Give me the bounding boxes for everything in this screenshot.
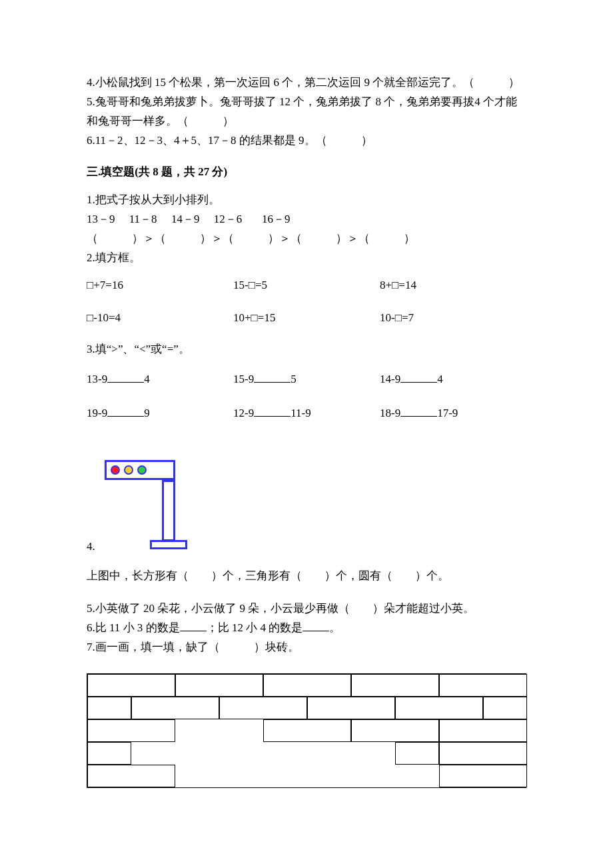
page: 4.小松鼠找到 15 个松果，第一次运回 6 个，第二次运回 9 个就全部运完了… (0, 0, 613, 868)
blank[interactable] (180, 619, 207, 631)
rhs: 4 (144, 373, 150, 385)
eq: □+7=16 (87, 276, 233, 295)
cmp: 18-917-9 (380, 404, 526, 423)
missing-brick (131, 742, 395, 765)
brick (87, 674, 175, 697)
brick (439, 719, 527, 742)
s3-q3-row2: 19-99 12-911-9 18-917-9 (87, 404, 526, 423)
blank[interactable] (254, 371, 291, 383)
s3-q5: 5.小英做了 20 朵花，小云做了 9 朵，小云最少再做（ ）朵才能超过小英。 (87, 599, 526, 619)
rhs: 17-9 (437, 407, 458, 419)
s3-q1-compare: （ ）＞（ ）＞（ ）＞（ ）＞（ ） (87, 229, 526, 249)
s3-q1-stem: 1.把式子按从大到小排列。 (87, 191, 526, 210)
blank[interactable] (400, 371, 437, 383)
tf-q6: 6.11－2、12－3、4＋5、17－8 的结果都是 9。（ ） (87, 131, 526, 151)
cmp: 19-99 (87, 404, 233, 423)
brick (219, 697, 307, 719)
s3-q2-row2: □-10=4 10+□=15 10-□=7 (87, 309, 526, 328)
rhs: 4 (437, 373, 443, 385)
section-3-heading: 三.填空题(共 8 题，共 27 分) (87, 163, 526, 182)
blank[interactable] (303, 619, 329, 631)
expr: 14－9 (171, 213, 200, 225)
s3-q3-row1: 13-94 15-95 14-94 (87, 370, 526, 389)
brick (351, 674, 439, 697)
s3-q4-text: 上图中，长方形有（ ）个，三角形有（ ）个，圆有（ ）个。 (87, 567, 526, 586)
yellow-light-icon (124, 465, 133, 475)
expr: 12－6 (214, 213, 243, 225)
expr: 11－8 (129, 213, 157, 225)
lhs: 13-9 (87, 373, 107, 385)
eq: □-10=4 (87, 309, 233, 328)
s3-q6: 6.比 11 小 3 的数是；比 12 小 4 的数是。 (87, 619, 526, 638)
lhs: 19-9 (87, 407, 107, 419)
eq: 8+□=14 (380, 276, 526, 295)
q4-num: 4. (87, 537, 95, 557)
eq: 10+□=15 (233, 309, 380, 328)
brick (439, 742, 527, 765)
rectangle-pole (162, 480, 175, 541)
text: ；比 12 小 4 的数是 (207, 621, 303, 634)
tf-q5: 5.兔哥哥和兔弟弟拔萝卜。兔哥哥拔了 12 个，兔弟弟拔了 8 个，兔弟弟要再拔… (87, 93, 526, 131)
lhs: 15-9 (233, 373, 254, 385)
brick (351, 719, 439, 742)
brick (87, 719, 175, 742)
blank[interactable] (107, 371, 144, 383)
rhs: 9 (144, 407, 150, 419)
brick (175, 674, 263, 697)
blank[interactable] (254, 405, 291, 417)
s3-q2-stem: 2.填方框。 (87, 249, 526, 268)
cmp: 12-911-9 (233, 404, 380, 423)
green-light-icon (137, 465, 147, 475)
brick-wall-figure (87, 673, 526, 788)
rhs: 11-9 (291, 407, 311, 419)
rectangle-light-box (105, 460, 175, 480)
blank[interactable] (400, 405, 437, 417)
brick-row-3 (87, 719, 526, 742)
brick-row-4 (87, 742, 526, 765)
brick (395, 697, 483, 719)
s3-q1-exprs: 13－9 11－8 14－9 12－6 16－9 (87, 210, 526, 229)
eq: 15-□=5 (233, 276, 380, 295)
brick-row-1 (87, 674, 526, 697)
s3-q2-row1: □+7=16 15-□=5 8+□=14 (87, 276, 526, 295)
brick (263, 674, 351, 697)
cmp: 14-94 (380, 370, 526, 389)
brick (131, 697, 219, 719)
expr: 16－9 (262, 213, 291, 225)
s3-q3-stem: 3.填“>”、“<”或“=”。 (87, 340, 526, 359)
s3-q4: 4. (87, 436, 526, 556)
expr: 13－9 (87, 213, 115, 225)
cmp: 15-95 (233, 370, 380, 389)
rectangle-base (150, 540, 187, 549)
traffic-light-figure (98, 440, 185, 553)
red-light-icon (111, 465, 120, 475)
missing-brick (175, 765, 439, 787)
brick (439, 674, 527, 697)
brick (87, 697, 131, 719)
brick (87, 765, 175, 787)
tf-q4: 4.小松鼠找到 15 个松果，第一次运回 6 个，第二次运回 9 个就全部运完了… (87, 73, 526, 93)
text: 6.比 11 小 3 的数是 (87, 621, 180, 634)
lhs: 18-9 (380, 407, 400, 419)
lhs: 12-9 (233, 407, 254, 419)
eq: 10-□=7 (380, 309, 526, 328)
brick (395, 742, 439, 765)
brick (307, 697, 395, 719)
cmp: 13-94 (87, 370, 233, 389)
text: 。 (329, 621, 340, 634)
brick-row-5 (87, 765, 526, 787)
lhs: 14-9 (380, 373, 400, 385)
missing-brick (175, 719, 263, 742)
brick (263, 719, 351, 742)
brick (483, 697, 527, 719)
s3-q7: 7.画一画，填一填，缺了（ ）块砖。 (87, 638, 526, 657)
brick (87, 742, 131, 765)
rhs: 5 (291, 373, 297, 385)
brick (439, 765, 527, 787)
brick-row-2 (87, 697, 526, 719)
blank[interactable] (107, 405, 144, 417)
